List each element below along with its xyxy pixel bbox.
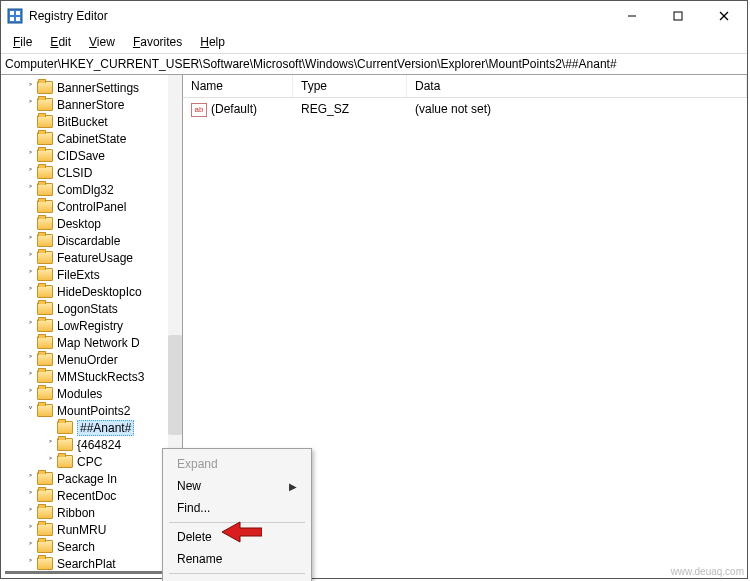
ctx-export[interactable]: Export — [163, 577, 311, 581]
tree-item[interactable]: ˅MountPoints2 — [1, 402, 182, 419]
close-button[interactable] — [701, 1, 747, 31]
chevron-right-icon[interactable]: ˃ — [23, 234, 37, 248]
chevron-right-icon[interactable]: ˃ — [23, 149, 37, 163]
svg-rect-4 — [16, 17, 20, 21]
chevron-right-icon[interactable]: ˃ — [23, 81, 37, 95]
tree-item[interactable]: ˃FeatureUsage — [1, 249, 182, 266]
chevron-right-icon[interactable]: ˃ — [23, 285, 37, 299]
tree-scrollbar-thumb[interactable] — [168, 335, 182, 435]
chevron-right-icon[interactable]: ˃ — [23, 506, 37, 520]
tree-item[interactable]: ˃LowRegistry — [1, 317, 182, 334]
tree-item-label: CIDSave — [57, 149, 105, 163]
chevron-right-icon[interactable]: ˃ — [23, 557, 37, 571]
watermark: www.deuaq.com — [671, 566, 744, 577]
tree-item[interactable]: ˃Modules — [1, 385, 182, 402]
value-row[interactable]: ab(Default) REG_SZ (value not set) — [183, 98, 747, 121]
tree-item[interactable]: ˃BannerSettings — [1, 79, 182, 96]
chevron-right-icon[interactable]: ˃ — [23, 523, 37, 537]
tree-item-label: FeatureUsage — [57, 251, 133, 265]
tree-list: ˃BannerSettings˃BannerStoreBitBucketCabi… — [1, 79, 182, 572]
minimize-button[interactable] — [609, 1, 655, 31]
content-area: ˃BannerSettings˃BannerStoreBitBucketCabi… — [1, 75, 747, 578]
menu-help[interactable]: Help — [192, 33, 233, 51]
tree-item[interactable]: ##Anant# — [1, 419, 182, 436]
tree-item-label: FileExts — [57, 268, 100, 282]
chevron-right-icon[interactable]: ˃ — [23, 319, 37, 333]
chevron-right-icon[interactable]: ˃ — [23, 387, 37, 401]
tree-item[interactable]: ˃FileExts — [1, 266, 182, 283]
tree-item[interactable]: Map Network D — [1, 334, 182, 351]
tree-item[interactable]: Desktop — [1, 215, 182, 232]
ctx-rename[interactable]: Rename — [163, 548, 311, 570]
tree-item[interactable]: ˃Package In — [1, 470, 182, 487]
folder-icon — [37, 268, 53, 281]
tree-item[interactable]: ˃RunMRU — [1, 521, 182, 538]
tree-item[interactable]: ˃CPC — [1, 453, 182, 470]
chevron-right-icon[interactable]: ˃ — [23, 251, 37, 265]
tree-item-label: SearchPlat — [57, 557, 116, 571]
chevron-down-icon[interactable]: ˅ — [23, 404, 37, 418]
menu-file[interactable]: File — [5, 33, 40, 51]
context-menu: Expand New▶ Find... Delete Rename Export… — [162, 448, 312, 581]
tree-item[interactable]: ˃MenuOrder — [1, 351, 182, 368]
folder-icon — [37, 132, 53, 145]
chevron-right-icon[interactable]: ˃ — [23, 370, 37, 384]
folder-icon — [37, 217, 53, 230]
tree-item[interactable]: ˃Ribbon — [1, 504, 182, 521]
tree-item-label: {464824 — [77, 438, 121, 452]
tree-item[interactable]: CabinetState — [1, 130, 182, 147]
tree-item[interactable]: ˃CIDSave — [1, 147, 182, 164]
tree-item-label: Modules — [57, 387, 102, 401]
tree-item-label: Search — [57, 540, 95, 554]
app-icon — [7, 8, 23, 24]
tree-item[interactable]: ˃SearchPlat — [1, 555, 182, 572]
col-data-header[interactable]: Data — [407, 75, 747, 97]
folder-icon — [37, 557, 53, 570]
menu-edit[interactable]: Edit — [42, 33, 79, 51]
registry-editor-window: Registry Editor File Edit View Favorites… — [0, 0, 748, 579]
tree-item-label: Ribbon — [57, 506, 95, 520]
chevron-right-icon[interactable]: ˃ — [43, 455, 57, 469]
maximize-button[interactable] — [655, 1, 701, 31]
col-name-header[interactable]: Name — [183, 75, 293, 97]
col-type-header[interactable]: Type — [293, 75, 407, 97]
folder-icon — [37, 404, 53, 417]
tree-item[interactable]: ˃HideDesktopIco — [1, 283, 182, 300]
tree-item[interactable]: ˃Search — [1, 538, 182, 555]
chevron-right-icon[interactable]: ˃ — [43, 438, 57, 452]
menu-view[interactable]: View — [81, 33, 123, 51]
tree-item[interactable]: ˃RecentDoc — [1, 487, 182, 504]
chevron-right-icon[interactable]: ˃ — [23, 183, 37, 197]
tree-item-label: CabinetState — [57, 132, 126, 146]
ctx-new[interactable]: New▶ — [163, 475, 311, 497]
chevron-right-icon[interactable]: ˃ — [23, 268, 37, 282]
values-header: Name Type Data — [183, 75, 747, 98]
chevron-right-icon[interactable]: ˃ — [23, 98, 37, 112]
folder-icon — [37, 523, 53, 536]
submenu-arrow-icon: ▶ — [289, 481, 297, 492]
chevron-right-icon[interactable]: ˃ — [23, 489, 37, 503]
ctx-separator — [169, 573, 305, 574]
address-bar[interactable]: Computer\HKEY_CURRENT_USER\Software\Micr… — [1, 54, 747, 75]
tree-item-label: BannerSettings — [57, 81, 139, 95]
ctx-find[interactable]: Find... — [163, 497, 311, 519]
tree-item[interactable]: BitBucket — [1, 113, 182, 130]
tree-item[interactable]: ˃{464824 — [1, 436, 182, 453]
folder-icon — [37, 115, 53, 128]
tree-hscroll-thumb[interactable] — [5, 571, 175, 574]
tree-item-label: MenuOrder — [57, 353, 118, 367]
tree-item[interactable]: ˃ComDlg32 — [1, 181, 182, 198]
chevron-right-icon[interactable]: ˃ — [23, 472, 37, 486]
chevron-right-icon[interactable]: ˃ — [23, 166, 37, 180]
tree-item[interactable]: ˃Discardable — [1, 232, 182, 249]
ctx-delete[interactable]: Delete — [163, 526, 311, 548]
tree-item[interactable]: LogonStats — [1, 300, 182, 317]
tree-item[interactable]: ˃CLSID — [1, 164, 182, 181]
tree-item[interactable]: ˃BannerStore — [1, 96, 182, 113]
chevron-right-icon[interactable]: ˃ — [23, 353, 37, 367]
tree-item-label: ComDlg32 — [57, 183, 114, 197]
tree-item[interactable]: ˃MMStuckRects3 — [1, 368, 182, 385]
tree-item[interactable]: ControlPanel — [1, 198, 182, 215]
menu-favorites[interactable]: Favorites — [125, 33, 190, 51]
chevron-right-icon[interactable]: ˃ — [23, 540, 37, 554]
